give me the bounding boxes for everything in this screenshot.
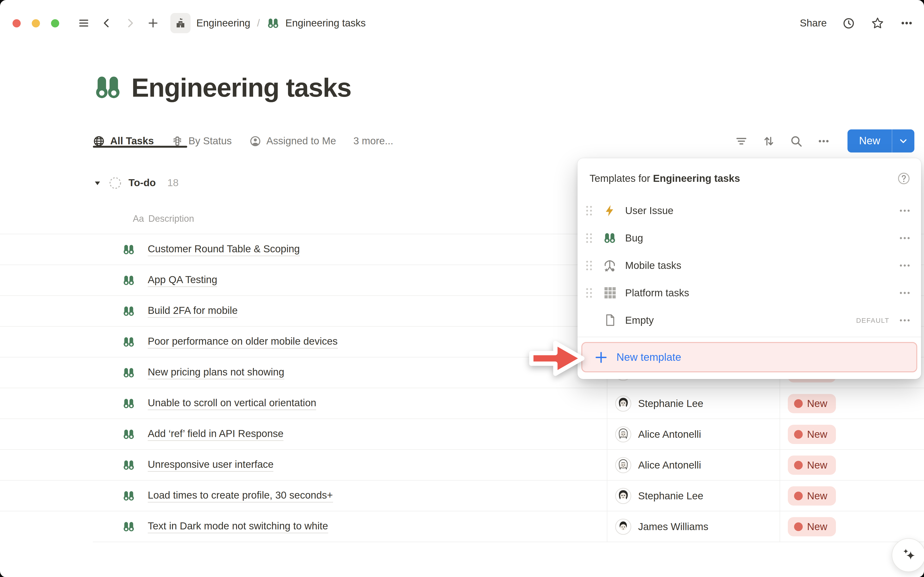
task-title-link[interactable]: Unable to scroll on vertical orientation xyxy=(148,397,316,410)
window-zoom-button[interactable] xyxy=(51,19,59,27)
template-options-button[interactable] xyxy=(899,314,911,326)
tab-label: By Status xyxy=(189,135,232,147)
sidebar-toggle-button[interactable] xyxy=(78,17,90,29)
plus-icon xyxy=(147,17,159,29)
clock-icon xyxy=(842,16,855,30)
status-badge[interactable]: New xyxy=(788,425,836,444)
new-template-button[interactable]: New template xyxy=(581,342,917,372)
binoculars-icon xyxy=(122,428,135,441)
template-item[interactable]: Bug xyxy=(577,224,921,251)
templates-title-db: Engineering tasks xyxy=(653,173,740,184)
template-item[interactable]: Mobile tasks xyxy=(577,251,921,279)
ferris-wheel-icon xyxy=(603,259,617,272)
binoculars-icon xyxy=(122,397,135,410)
breadcrumb-page[interactable]: Engineering tasks xyxy=(285,17,366,29)
status-badge[interactable]: New xyxy=(788,517,836,536)
tab-label: All Tasks xyxy=(110,135,154,147)
task-title-link[interactable]: New pricing plans not showing xyxy=(148,366,284,379)
favorite-button[interactable] xyxy=(871,16,885,30)
assignee-name[interactable]: Alice Antonelli xyxy=(638,459,701,471)
new-template-label: New template xyxy=(616,351,681,363)
task-title-link[interactable]: App QA Testing xyxy=(148,274,217,287)
breadcrumb-workspace-chip[interactable] xyxy=(170,13,190,33)
avatar[interactable] xyxy=(615,457,631,473)
status-badge[interactable]: New xyxy=(788,456,836,475)
page-title[interactable]: Engineering tasks xyxy=(131,72,351,103)
active-tab-underline xyxy=(93,145,187,147)
help-button[interactable] xyxy=(897,172,911,185)
new-page-button[interactable] xyxy=(147,17,159,29)
template-options-button[interactable] xyxy=(899,287,911,298)
binoculars-icon xyxy=(122,520,135,533)
template-options-button[interactable] xyxy=(899,232,911,243)
templates-dropdown: Templates for Engineering tasks User Iss… xyxy=(577,158,921,379)
notion-ai-button[interactable] xyxy=(892,538,924,572)
titlebar: Engineering / Engineering tasks Share xyxy=(0,0,924,46)
person-circle-icon xyxy=(249,135,261,147)
template-options-button[interactable] xyxy=(899,205,911,216)
assignee-name[interactable]: James Williams xyxy=(638,521,708,532)
tab-more-views[interactable]: 3 more... xyxy=(353,135,393,147)
new-button-dropdown[interactable] xyxy=(892,129,914,153)
status-dot xyxy=(794,430,803,439)
tab-assigned-to-me[interactable]: Assigned to Me xyxy=(249,135,336,147)
nav-forward-button[interactable] xyxy=(124,17,136,29)
view-options-button[interactable] xyxy=(817,134,830,147)
new-button[interactable]: New xyxy=(848,129,892,153)
drag-handle-icon[interactable] xyxy=(585,314,593,326)
task-title-link[interactable]: Text in Dark mode not switching to white xyxy=(148,520,328,533)
assignee-name[interactable]: Alice Antonelli xyxy=(638,429,701,440)
sparkles-icon xyxy=(900,546,917,564)
question-circle-icon xyxy=(897,172,911,185)
task-title-link[interactable]: Poor performance on older mobile devices xyxy=(148,335,338,348)
task-title-link[interactable]: Add ‘ref’ field in API Response xyxy=(148,428,284,441)
task-title-link[interactable]: Build 2FA for mobile xyxy=(148,305,238,318)
tab-by-status[interactable]: By Status xyxy=(171,135,232,147)
assignee-name[interactable]: Stephanie Lee xyxy=(638,490,703,502)
avatar[interactable] xyxy=(615,519,631,535)
drag-handle-icon[interactable] xyxy=(585,287,593,299)
binoculars-icon xyxy=(122,490,135,503)
more-menu-button[interactable] xyxy=(900,16,913,30)
task-title-link[interactable]: Unresponsive user interface xyxy=(148,459,274,472)
updates-button[interactable] xyxy=(842,16,855,30)
group-toggle[interactable] xyxy=(93,178,102,187)
avatar[interactable] xyxy=(615,488,631,504)
column-header-description[interactable]: Description xyxy=(148,214,194,224)
traffic-light-icon xyxy=(171,135,183,147)
status-label: New xyxy=(807,459,827,471)
ellipsis-icon xyxy=(817,134,830,147)
ellipsis-icon xyxy=(900,16,913,30)
breadcrumb-workspace[interactable]: Engineering xyxy=(196,17,250,29)
share-button[interactable]: Share xyxy=(800,17,827,29)
group-count: 18 xyxy=(168,177,179,189)
template-item[interactable]: User Issue xyxy=(577,197,921,224)
window-close-button[interactable] xyxy=(13,19,21,27)
nav-back-button[interactable] xyxy=(101,17,113,29)
title-property-icon: Aa xyxy=(133,214,144,224)
window-minimize-button[interactable] xyxy=(32,19,40,27)
sort-button[interactable] xyxy=(762,134,775,147)
task-title-link[interactable]: Load times to create profile, 30 seconds… xyxy=(148,490,333,503)
tab-all-tasks[interactable]: All Tasks xyxy=(93,135,154,147)
drag-handle-icon[interactable] xyxy=(585,204,593,217)
avatar[interactable] xyxy=(615,426,631,443)
drag-handle-icon[interactable] xyxy=(585,259,593,272)
grid-icon xyxy=(603,286,617,299)
template-items: User IssueBugMobile tasksPlatform tasksE… xyxy=(577,197,921,334)
group-name[interactable]: To-do xyxy=(129,177,156,189)
status-label: New xyxy=(807,398,827,409)
avatar[interactable] xyxy=(615,395,631,412)
status-badge[interactable]: New xyxy=(788,486,836,506)
chevron-left-icon xyxy=(101,17,113,29)
drag-handle-icon[interactable] xyxy=(585,232,593,244)
filter-button[interactable] xyxy=(735,134,748,147)
search-button[interactable] xyxy=(790,134,803,147)
template-item[interactable]: Platform tasks xyxy=(577,279,921,306)
template-options-button[interactable] xyxy=(899,259,911,271)
table-row: Unable to scroll on vertical orientation… xyxy=(0,388,924,419)
status-badge[interactable]: New xyxy=(788,394,836,413)
assignee-name[interactable]: Stephanie Lee xyxy=(638,398,703,409)
task-title-link[interactable]: Customer Round Table & Scoping xyxy=(148,243,300,256)
template-item[interactable]: EmptyDEFAULT xyxy=(577,306,921,334)
